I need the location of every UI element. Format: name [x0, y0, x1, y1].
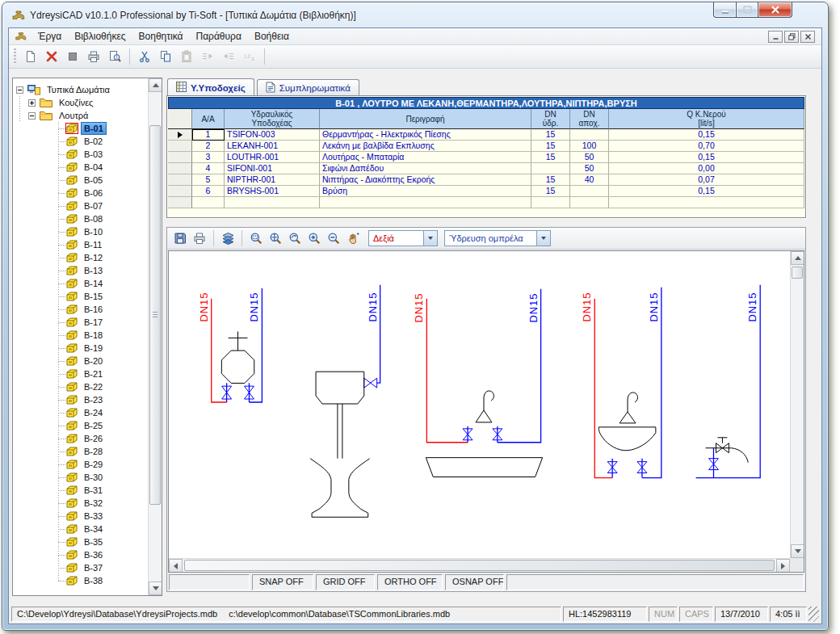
append-row-icon[interactable]	[219, 47, 238, 66]
table-empty-row[interactable]	[168, 197, 804, 208]
tree-item-room[interactable]: B-03	[13, 148, 148, 161]
tree-item-room[interactable]: B-36	[13, 548, 148, 561]
tree-item-room[interactable]: B-34	[13, 523, 148, 535]
tree-item-room[interactable]: B-30	[13, 471, 148, 484]
tree-item-room[interactable]: B-31	[13, 484, 148, 497]
tree-item-kouzines[interactable]: Κουζίνες	[13, 96, 148, 109]
zoom-previous-icon[interactable]	[286, 229, 304, 247]
canvas-horizontal-scrollbar[interactable]	[169, 558, 790, 572]
delete-icon[interactable]	[42, 47, 61, 66]
table-row[interactable]: 1 TSIFON-003 Θερμαντήρας - Ηλεκτρικός Πί…	[168, 129, 804, 141]
tree-item-room[interactable]: B-07	[13, 199, 148, 212]
grid-toggle[interactable]: GRID OFF	[316, 574, 375, 590]
osnap-toggle[interactable]: OSNAP OFF	[445, 574, 504, 590]
tree-item-room[interactable]: B-01	[13, 122, 148, 135]
tree-item-room[interactable]: B-24	[13, 406, 148, 419]
tree-item-room[interactable]: B-19	[13, 342, 148, 355]
zoom-extents-icon[interactable]	[267, 229, 284, 247]
scroll-left-icon[interactable]	[169, 559, 183, 573]
tab-ypodocheis[interactable]: Υ.Υποδοχείς	[167, 78, 254, 96]
print-icon[interactable]	[84, 47, 103, 66]
tree-scrollbar-thumb[interactable]	[149, 125, 161, 505]
tree-item-room[interactable]: B-25	[13, 419, 148, 432]
tree-item-room[interactable]: B-18	[13, 329, 148, 342]
tree-item-room[interactable]: B-05	[13, 174, 148, 187]
menu-parathyra[interactable]: Παράθυρα	[190, 29, 248, 44]
tree-item-room[interactable]: B-37	[13, 561, 148, 574]
print-preview-icon[interactable]	[105, 47, 124, 66]
save-icon[interactable]	[171, 229, 189, 247]
tree-item-room[interactable]: B-35	[13, 535, 148, 548]
canvas-hscroll-thumb[interactable]	[184, 560, 775, 571]
table-row[interactable]: 6 BRYSHS-001 Βρύση 15 0,15	[168, 186, 804, 197]
renumber-icon[interactable]: ¹²₃	[240, 47, 259, 66]
canvas-vscroll-thumb[interactable]	[792, 267, 803, 279]
mdi-close-button[interactable]	[800, 31, 815, 43]
tree-item-room[interactable]: B-17	[13, 316, 148, 329]
table-row[interactable]: 3 LOUTHR-001 Λουτήρας - Μπαταρία 15 50 0…	[168, 152, 804, 163]
chevron-down-icon[interactable]	[423, 231, 437, 246]
row-selector-cell[interactable]	[168, 186, 192, 197]
scroll-down-icon[interactable]	[149, 582, 162, 595]
menu-voitheia[interactable]: Βοήθεια	[248, 29, 296, 44]
pan-icon[interactable]	[344, 229, 362, 247]
scroll-down-icon[interactable]	[791, 544, 804, 558]
supply-mode-select[interactable]: Ύδρευση ομπρέλα	[444, 230, 551, 246]
copy-icon[interactable]	[156, 47, 175, 66]
ortho-toggle[interactable]: ORTHO OFF	[377, 574, 443, 590]
menu-erga[interactable]: Έργα	[32, 29, 68, 44]
tree-item-room[interactable]: B-26	[13, 432, 148, 445]
zoom-window-icon[interactable]	[247, 229, 265, 247]
tree-item-room[interactable]: B-04	[13, 161, 148, 174]
tree-item-room[interactable]: B-11	[13, 238, 148, 251]
resize-grip[interactable]	[808, 607, 819, 622]
tree-item-room[interactable]: B-33	[13, 510, 148, 523]
tree-item-root[interactable]: Τυπικά Δωμάτια	[13, 83, 148, 96]
layers-icon[interactable]	[219, 229, 237, 247]
paste-icon[interactable]	[177, 47, 196, 66]
tree-item-room[interactable]: B-20	[13, 355, 148, 367]
tree-item-room[interactable]: B-10	[13, 225, 148, 238]
scroll-up-icon[interactable]	[149, 78, 162, 92]
scroll-up-icon[interactable]	[791, 251, 804, 265]
close-button[interactable]	[758, 2, 792, 18]
mdi-minimize-button[interactable]	[768, 31, 783, 43]
cut-icon[interactable]	[135, 47, 154, 66]
side-select[interactable]: Δεξιά	[368, 230, 438, 246]
stop-icon[interactable]	[63, 47, 82, 66]
scroll-right-icon[interactable]	[776, 559, 790, 573]
tree-item-room[interactable]: B-29	[13, 458, 148, 471]
tree-item-room[interactable]: B-02	[13, 135, 148, 148]
tree-item-room[interactable]: B-13	[13, 264, 148, 277]
collapse-icon[interactable]	[16, 86, 23, 94]
minimize-button[interactable]	[713, 2, 737, 18]
mdi-restore-button[interactable]	[784, 31, 799, 43]
tree-scrollbar[interactable]	[148, 78, 162, 595]
detach-row-icon[interactable]	[198, 47, 217, 66]
table-row[interactable]: 5 NIPTHR-001 Νιπτήρας - Διακόπτης Εκροής…	[168, 174, 804, 186]
chevron-down-icon[interactable]	[536, 231, 550, 246]
row-selector-cell[interactable]	[168, 152, 192, 163]
tree-item-room[interactable]: B-15	[13, 290, 148, 303]
row-selector-cell[interactable]	[168, 129, 192, 141]
tree-item-room[interactable]: B-08	[13, 212, 148, 225]
table-row[interactable]: 2 LEKANH-001 Λεκάνη με βαλβίδα Εκπλυσης …	[168, 141, 804, 152]
menu-voithitika[interactable]: Βοηθητικά	[132, 29, 190, 44]
tree-item-room[interactable]: B-12	[13, 251, 148, 264]
tab-sympliromatika[interactable]: Συμπληρωματικά	[257, 79, 359, 96]
tree-item-room[interactable]: B-14	[13, 277, 148, 290]
tree-item-room[interactable]: B-32	[13, 497, 148, 510]
canvas-vertical-scrollbar[interactable]	[790, 251, 804, 558]
drawing-canvas[interactable]: DN15 DN15 DN15	[169, 251, 790, 558]
maximize-button[interactable]	[737, 2, 758, 18]
row-selector-cell[interactable]	[168, 141, 192, 152]
tree-item-loutra[interactable]: Λουτρά	[13, 109, 148, 122]
tree-item-room[interactable]: B-06	[13, 187, 148, 199]
menu-vivliothikes[interactable]: Βιβλιοθήκες	[68, 29, 132, 44]
tree-item-room[interactable]: B-23	[13, 393, 148, 406]
table-row[interactable]: 4 SIFONI-001 Σιφώνι Δαπέδου 50 0,00	[168, 163, 804, 174]
tree-item-room[interactable]: B-38	[13, 574, 148, 587]
tree-item-room[interactable]: B-28	[13, 445, 148, 458]
tree-item-room[interactable]: B-22	[13, 380, 148, 393]
print-drawing-icon[interactable]	[191, 229, 208, 247]
